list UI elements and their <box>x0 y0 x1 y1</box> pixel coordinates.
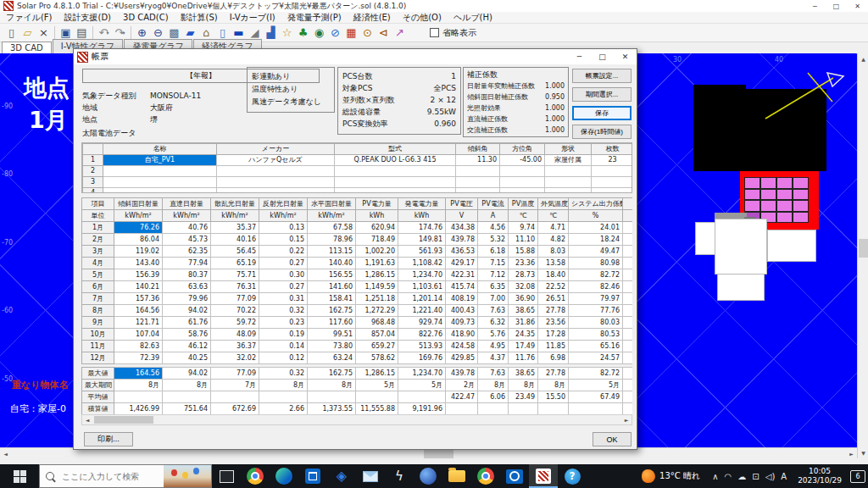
monthly-data-cell[interactable]: 7.12 <box>478 269 509 281</box>
monthly-data-cell[interactable]: 61.76 <box>163 317 211 329</box>
summary-cell[interactable]: 5月 <box>569 380 623 391</box>
monthly-data-cell[interactable]: 429.17 <box>446 258 478 269</box>
monthly-data-cell[interactable]: 117.60 <box>308 317 356 329</box>
monthly-data-cell[interactable]: 140.40 <box>308 258 356 269</box>
monthly-data-cell[interactable]: 162.75 <box>308 305 356 317</box>
monthly-data-cell[interactable]: 8.03 <box>538 246 569 258</box>
monthly-data-cell[interactable]: 82.46 <box>569 281 623 293</box>
monthly-data-cell[interactable] <box>623 281 633 293</box>
monthly-data-cell[interactable]: 75.71 <box>211 269 259 281</box>
monthly-data-cell[interactable]: 99.51 <box>308 329 356 341</box>
monthly-data-cell[interactable]: 48.09 <box>211 329 259 341</box>
monthly-data-cell[interactable]: 174.76 <box>398 222 446 234</box>
monthly-data-cell[interactable]: 80.53 <box>569 329 623 341</box>
menu-item-8[interactable]: ヘルプ(H) <box>448 12 498 24</box>
onedrive-icon[interactable]: ☁ <box>737 472 746 481</box>
summary-cell[interactable]: 1,234.70 <box>398 368 446 380</box>
summary-cell[interactable]: 9,191.96 <box>398 403 446 415</box>
monthly-data-cell[interactable]: 1,108.42 <box>398 258 446 269</box>
pv-table-cell[interactable]: Q.PEAK DUO L-G6.3 415 <box>335 155 456 166</box>
monthly-data-cell[interactable]: 0.27 <box>259 258 308 269</box>
pv-table-cell[interactable]: 23 <box>592 155 633 166</box>
summary-cell[interactable]: 7月 <box>211 380 259 391</box>
monthly-data-cell[interactable]: 158.41 <box>308 293 356 305</box>
monthly-data-cell[interactable]: 422.31 <box>446 269 478 281</box>
summary-cell[interactable]: 94.02 <box>163 368 211 380</box>
monthly-data-cell[interactable]: 65.16 <box>569 341 623 352</box>
pv-panel[interactable] <box>793 212 809 224</box>
summary-cell[interactable]: 439.78 <box>446 368 478 380</box>
monthly-data-cell[interactable]: 79.97 <box>569 293 623 305</box>
pv-panel[interactable] <box>776 189 793 201</box>
monthly-data-cell[interactable]: 857.04 <box>356 329 398 341</box>
cad-vertical-scrollbar[interactable]: ▲ ▼ <box>857 53 868 458</box>
monthly-data-cell[interactable] <box>623 341 633 352</box>
summary-cell[interactable] <box>623 368 633 380</box>
volume-icon[interactable]: ◁) <box>765 472 776 481</box>
summary-cell[interactable] <box>308 391 356 403</box>
table-scroll-left-icon[interactable]: ◄ <box>82 415 92 424</box>
pcs-icon[interactable]: ▦ <box>343 25 359 41</box>
monthly-data-cell[interactable] <box>623 352 633 364</box>
monthly-data-cell[interactable]: 15.88 <box>509 246 538 258</box>
monthly-data-cell[interactable]: 11.76 <box>509 352 538 364</box>
monthly-data-cell[interactable]: 46.12 <box>163 341 211 352</box>
taskbar-weather[interactable]: 13°C 晴れ <box>635 469 707 483</box>
monthly-data-cell[interactable] <box>623 293 633 305</box>
minimize-button[interactable]: ─ <box>804 0 826 12</box>
display-icon[interactable]: ⊡ <box>752 472 759 481</box>
monthly-data-cell[interactable]: 45.73 <box>163 234 211 246</box>
monthly-data-cell[interactable]: 439.78 <box>446 234 478 246</box>
scroll-left-icon[interactable]: ◄ <box>0 448 11 458</box>
monthly-data-cell[interactable]: 156.55 <box>308 269 356 281</box>
monthly-data-cell[interactable]: 929.74 <box>398 317 446 329</box>
abbrev-display-toggle[interactable]: 省略表示 <box>430 27 476 39</box>
dialog-side-button-1[interactable]: 期間選択... <box>572 87 632 102</box>
pv-panel[interactable] <box>776 177 793 189</box>
monthly-data-cell[interactable]: 424.58 <box>446 341 478 352</box>
monthly-data-cell[interactable]: 32.08 <box>509 281 538 293</box>
summary-cell[interactable] <box>623 380 633 391</box>
dialog-minimize-button[interactable]: ─ <box>568 49 591 64</box>
monthly-data-cell[interactable]: 968.48 <box>356 317 398 329</box>
monthly-data-cell[interactable]: 80.03 <box>569 317 623 329</box>
summary-cell[interactable]: 23.49 <box>509 391 538 403</box>
summary-cell[interactable]: 0.32 <box>259 368 308 380</box>
pv-table-cell[interactable] <box>456 166 500 177</box>
fit-view-icon[interactable]: ▩ <box>166 25 182 41</box>
start-button[interactable] <box>0 464 39 488</box>
building-icon[interactable]: ▯ <box>214 25 231 41</box>
monthly-data-cell[interactable]: 4.37 <box>478 352 509 364</box>
monthly-data-cell[interactable]: 0.19 <box>259 329 308 341</box>
pv-table-cell[interactable] <box>545 188 592 194</box>
monthly-data-cell[interactable]: 0.30 <box>259 269 308 281</box>
new-document-icon[interactable]: ▯ <box>3 25 19 41</box>
monthly-data-cell[interactable]: 63.63 <box>163 281 211 293</box>
monthly-data-cell[interactable]: 18.40 <box>538 269 569 281</box>
scroll-up-icon[interactable]: ▲ <box>858 53 868 64</box>
summary-cell[interactable] <box>446 403 478 415</box>
dialog-titlebar[interactable]: 帳票 <box>74 49 637 64</box>
summary-cell[interactable]: 8月 <box>478 380 509 391</box>
monthly-data-cell[interactable]: 22.52 <box>538 281 569 293</box>
monthly-data-cell[interactable]: 73.80 <box>308 341 356 352</box>
taskbar-search[interactable] <box>39 464 212 488</box>
monthly-data-cell[interactable]: 1,103.61 <box>398 281 446 293</box>
monthly-data-cell[interactable]: 40.25 <box>163 352 211 364</box>
summary-cell[interactable]: 672.69 <box>211 403 259 415</box>
monthly-data-cell[interactable]: 24.57 <box>569 352 623 364</box>
summary-cell[interactable] <box>623 403 633 415</box>
monthly-data-cell[interactable]: 429.85 <box>446 352 478 364</box>
summary-cell[interactable] <box>569 403 623 415</box>
pv-table-cell[interactable] <box>500 166 545 177</box>
summary-cell[interactable]: 8月 <box>259 380 308 391</box>
monthly-data-cell[interactable]: 49.47 <box>569 246 623 258</box>
monthly-data-cell[interactable]: 157.36 <box>114 293 163 305</box>
monthly-data-cell[interactable]: 1,191.63 <box>356 258 398 269</box>
wizard-icon[interactable]: ↗ <box>392 25 408 41</box>
monthly-data-cell[interactable]: 4.56 <box>478 222 509 234</box>
summary-cell[interactable]: 8月 <box>114 380 163 391</box>
monthly-data-cell[interactable]: 149.81 <box>398 234 446 246</box>
monthly-data-cell[interactable]: 513.93 <box>398 341 446 352</box>
pv-panel[interactable] <box>760 177 776 189</box>
